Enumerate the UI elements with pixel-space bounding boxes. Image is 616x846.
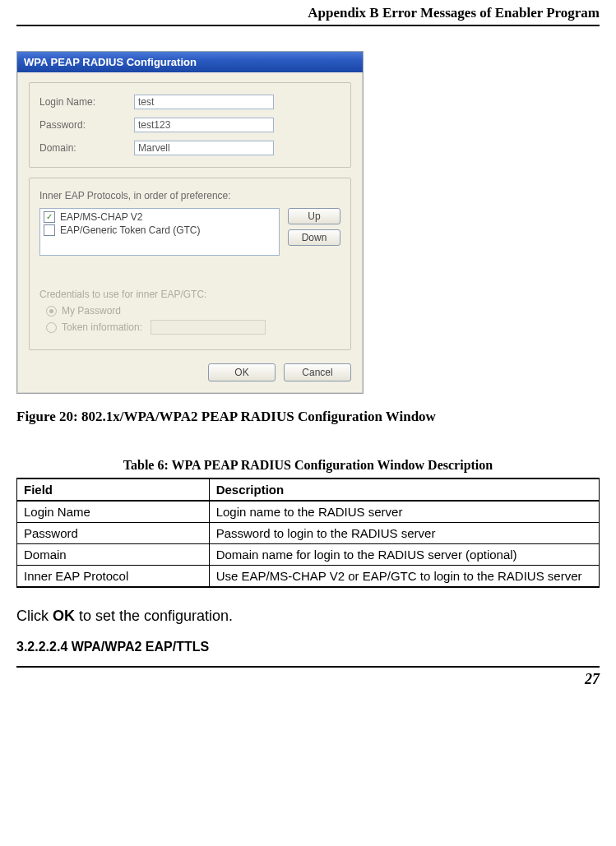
domain-label: Domain: — [39, 142, 134, 154]
description-table: Field Description Login Name Login name … — [16, 478, 600, 588]
login-name-label: Login Name: — [39, 96, 134, 108]
instruction-text: Click OK to set the configuration. — [16, 608, 600, 625]
radio-label: My Password — [62, 305, 121, 317]
token-input — [151, 320, 266, 335]
table-header-field: Field — [17, 478, 210, 501]
cell-desc: Login name to the RADIUS server — [209, 501, 599, 523]
radio-token-info: Token information: — [39, 320, 340, 335]
table-row: Domain Domain name for login to the RADI… — [17, 544, 600, 566]
cell-field: Password — [17, 523, 210, 544]
list-item[interactable]: EAP/Generic Token Card (GTC) — [44, 224, 276, 236]
up-button[interactable]: Up — [288, 208, 340, 224]
eap-listbox[interactable]: ✓ EAP/MS-CHAP V2 EAP/Generic Token Card … — [39, 208, 280, 256]
page-number: 27 — [585, 671, 600, 687]
eap-caption: Inner EAP Protocols, in order of prefere… — [39, 190, 340, 201]
password-label: Password: — [39, 119, 134, 131]
table-row: Inner EAP Protocol Use EAP/MS-CHAP V2 or… — [17, 566, 600, 588]
cell-desc: Password to login to the RADIUS server — [209, 523, 599, 544]
radio-icon — [46, 322, 57, 333]
down-button[interactable]: Down — [288, 229, 340, 246]
table-caption: Table 6: WPA PEAP RADIUS Configuration W… — [16, 458, 600, 473]
appendix-header: Appendix B Error Messages of Enabler Pro… — [16, 0, 600, 26]
eap-item-label: EAP/Generic Token Card (GTC) — [60, 224, 201, 236]
radio-my-password: My Password — [39, 305, 340, 317]
table-row: Password Password to login to the RADIUS… — [17, 523, 600, 544]
cell-desc: Domain name for login to the RADIUS serv… — [209, 544, 599, 566]
credentials-caption: Credentials to use for inner EAP/GTC: — [39, 289, 340, 300]
page-footer: 27 — [16, 666, 600, 688]
figure-prefix: Figure 20: — [16, 409, 81, 424]
instr-pre: Click — [16, 608, 53, 624]
radio-label: Token information: — [62, 321, 142, 333]
domain-input[interactable] — [134, 141, 274, 155]
wpa-peap-dialog: WPA PEAP RADIUS Configuration Login Name… — [16, 51, 364, 394]
figure-text: 802.1x/WPA/WPA2 PEAP RADIUS Configuratio… — [81, 409, 436, 424]
table-row: Login Name Login name to the RADIUS serv… — [17, 501, 600, 523]
cell-field: Login Name — [17, 501, 210, 523]
instr-post: to set the configuration. — [75, 608, 233, 624]
login-groupbox: Login Name: Password: Domain: — [29, 82, 351, 168]
instr-bold: OK — [53, 608, 75, 624]
subsection-heading: 3.2.2.2.4 WPA/WPA2 EAP/TTLS — [16, 640, 600, 654]
radio-icon — [46, 306, 57, 317]
cell-field: Inner EAP Protocol — [17, 566, 210, 588]
list-item[interactable]: ✓ EAP/MS-CHAP V2 — [44, 211, 276, 223]
login-name-input[interactable] — [134, 95, 274, 109]
cell-desc: Use EAP/MS-CHAP V2 or EAP/GTC to login t… — [209, 566, 599, 588]
eap-item-label: EAP/MS-CHAP V2 — [60, 211, 142, 223]
ok-button[interactable]: OK — [208, 363, 276, 381]
checkbox-unchecked-icon[interactable] — [44, 224, 55, 236]
dialog-titlebar: WPA PEAP RADIUS Configuration — [17, 52, 363, 72]
password-input[interactable] — [134, 118, 274, 132]
eap-groupbox: Inner EAP Protocols, in order of prefere… — [29, 178, 351, 350]
checkbox-checked-icon[interactable]: ✓ — [44, 211, 55, 223]
table-header-description: Description — [209, 478, 599, 501]
cancel-button[interactable]: Cancel — [284, 363, 351, 381]
cell-field: Domain — [17, 544, 210, 566]
figure-caption: Figure 20: 802.1x/WPA/WPA2 PEAP RADIUS C… — [16, 409, 600, 425]
